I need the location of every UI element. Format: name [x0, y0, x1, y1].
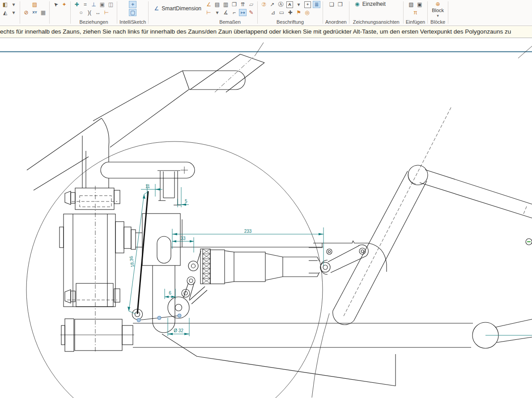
endpoint-handle	[178, 314, 181, 317]
grid-edit-icon[interactable]: ▦	[39, 9, 47, 16]
ribbon-group-intellisketch: + ▢ IntelliSketch	[118, 0, 147, 26]
distance-dimension-icon[interactable]: ⊢	[205, 9, 213, 16]
axis-dimension-icon[interactable]: ⊢	[103, 9, 111, 16]
dimension-edit-icon[interactable]: ✎	[247, 9, 255, 16]
angle2-dimension-icon[interactable]: ∡	[222, 9, 230, 16]
datum-target-icon[interactable]: ◎	[303, 9, 311, 16]
intellisketch-crosshair-icon[interactable]: +	[129, 1, 136, 8]
center-mark-icon[interactable]: +	[304, 1, 311, 8]
ribbon-group-bloecke: ⊕ Block ▾ Blöcke	[429, 0, 447, 26]
dimension-column-icon[interactable]: ▥	[222, 1, 230, 8]
dimension-copy-icon[interactable]: ❐	[230, 1, 238, 8]
ribbon-group-zeichnungsansichten: ◉ Einzelheit Zeichnungsansichten	[350, 0, 402, 26]
intellisketch-zone-icon[interactable]: ▢	[129, 9, 136, 16]
insert-pi-icon[interactable]: π	[412, 9, 419, 16]
group-label: Zeichnungsansichten	[352, 19, 401, 26]
group-label: Bemaßen	[205, 19, 255, 26]
svg-text:11: 11	[145, 184, 150, 189]
node-edit-icon[interactable]: ✦	[60, 1, 68, 8]
canvas-background	[0, 38, 532, 398]
detail-view-label: Einzelheit	[362, 1, 386, 7]
insert-object-icon[interactable]: ▣	[416, 1, 423, 8]
annotation-flag-icon[interactable]: ⚑	[295, 9, 302, 16]
prompt-text: echts für innerhalb des Zauns, ziehen Si…	[0, 28, 511, 38]
ribbon-group-bemassen: ∠ SmartDimension ∠▤▥❐⇈▱ ⊢▾∡⌐↦✎ Bemaßen	[149, 0, 256, 26]
ribbon-group-anordnen: ❏❐ Anordnen	[324, 0, 348, 26]
equal-relation-icon[interactable]: =	[81, 1, 89, 8]
annotation-list-icon[interactable]: ≣	[313, 1, 320, 8]
symmetry-relation-icon[interactable]: )(	[86, 9, 94, 16]
ribbon-group-einfuegen: ▧▣ π Einfügen	[404, 0, 426, 26]
link-relation-icon[interactable]: ↔	[94, 9, 102, 16]
stamp-relation-icon[interactable]: ◫	[107, 1, 115, 8]
ribbon-group-beziehungen: ✚=⊥▣◫ ○)(↔⊢ Beziehungen	[72, 0, 116, 26]
group-label	[22, 25, 47, 26]
dropdown-arrow-icon[interactable]: ▾	[295, 1, 302, 8]
group-separator	[49, 1, 50, 24]
ribbon-group-select: ➤✦	[51, 0, 69, 26]
partial-tool-icon[interactable]: ◧	[1, 1, 9, 8]
datum-frame-icon[interactable]: ⊿	[269, 9, 277, 16]
svg-text:33: 33	[180, 236, 186, 241]
ribbon-group-beschriftung: ⑦↗ⒶA▾+≣ ⊿▭✚⚑◎ Beschriftung	[259, 0, 322, 26]
lock-relation-icon[interactable]: ▣	[98, 1, 106, 8]
coordinate-dimension-icon[interactable]: ⌐	[230, 9, 238, 16]
tangent-relation-icon[interactable]: ○	[77, 9, 85, 16]
group-separator	[448, 1, 448, 24]
block-icon: ⊕	[434, 0, 442, 8]
perpendicular-relation-icon[interactable]: ⊥	[90, 1, 98, 8]
text-box-icon[interactable]: A	[286, 1, 293, 8]
fill-style-icon[interactable]: ▨	[31, 1, 38, 8]
group-separator	[427, 1, 428, 24]
group-label: IntelliSketch	[119, 19, 146, 26]
group-icon[interactable]: ❏	[328, 1, 336, 8]
triangle-tool-icon[interactable]: ◭	[1, 9, 9, 16]
ungroup-icon[interactable]: ❐	[336, 1, 344, 8]
relationship-delete-icon[interactable]: ⊘	[22, 9, 30, 16]
group-label: Einfügen	[406, 19, 425, 26]
block-button[interactable]: ⊕ Block ▾	[430, 0, 446, 18]
insert-image-icon[interactable]: ▧	[407, 1, 415, 8]
group-separator	[323, 1, 323, 24]
group-label	[52, 25, 68, 26]
dropdown-arrow-icon[interactable]: ▾	[213, 9, 221, 16]
ribbon-group-partial: ◧▾ ◭▾	[0, 0, 19, 26]
group-separator	[117, 1, 117, 24]
angle-dimension-icon[interactable]: ∠	[205, 1, 213, 8]
drawing-canvas[interactable]: 11 5 233 33 18,36 6	[0, 38, 532, 398]
dimension-up-icon[interactable]: ⇈	[239, 1, 247, 8]
xy-coordinate-icon[interactable]: XY	[31, 9, 38, 16]
weld-symbol-icon[interactable]: Ⓐ	[277, 1, 285, 8]
endpoint-handle	[137, 318, 140, 322]
group-separator	[20, 1, 20, 24]
midpoint-handle	[157, 316, 161, 320]
detail-view-icon: ◉	[353, 0, 361, 8]
dropdown-arrow-icon[interactable]: ▾	[10, 1, 17, 8]
leader-icon[interactable]: ↗	[268, 1, 276, 8]
auto-dimension-icon[interactable]: ↦	[239, 9, 247, 16]
smartdimension-label: SmartDimension	[162, 5, 201, 12]
detail-view-button[interactable]: ◉ Einzelheit	[352, 0, 401, 8]
svg-text:6: 6	[169, 291, 171, 295]
group-label: Beschriftung	[260, 19, 320, 26]
ribbon-group-draw: ▨ ⊘XY▦	[21, 0, 48, 26]
smartdimension-button[interactable]: ∠ SmartDimension	[151, 5, 203, 12]
group-separator	[349, 1, 349, 24]
dropdown-arrow-icon[interactable]: ▾	[437, 13, 439, 18]
block-label: Block	[432, 8, 444, 13]
dimension-table-icon[interactable]: ▤	[213, 1, 221, 8]
leader-plus-icon[interactable]: ✚	[286, 9, 294, 16]
connect-relation-icon[interactable]: ✚	[73, 1, 81, 8]
svg-text:Ø 32: Ø 32	[174, 328, 183, 333]
dimension-sheet-icon[interactable]: ▱	[247, 1, 255, 8]
group-separator	[148, 1, 149, 24]
dropdown-arrow-icon[interactable]: ▾	[10, 9, 17, 16]
group-label	[1, 25, 17, 26]
svg-text:233: 233	[244, 229, 252, 234]
feature-control-frame-icon[interactable]: ▭	[278, 9, 285, 16]
prompt-bar: echts für innerhalb des Zauns, ziehen Si…	[0, 26, 532, 38]
group-label: Anordnen	[325, 19, 347, 26]
group-label: Blöcke	[430, 19, 446, 26]
balloon-icon[interactable]: ⑦	[260, 1, 268, 8]
group-separator	[257, 1, 258, 24]
